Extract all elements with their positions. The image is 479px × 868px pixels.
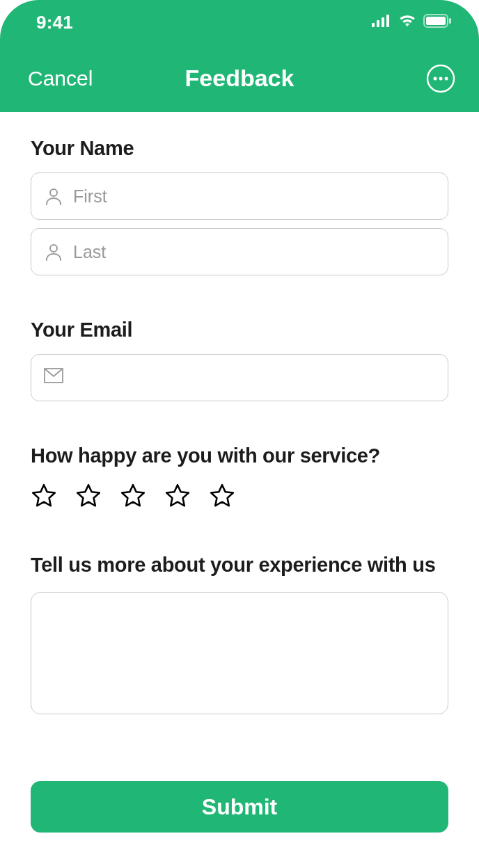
experience-field[interactable] [31,592,448,714]
wifi-icon [398,14,416,31]
svg-point-9 [439,77,443,80]
last-name-input[interactable] [73,242,435,262]
svg-rect-6 [449,18,451,24]
star-4[interactable] [164,483,191,509]
person-icon [44,186,63,206]
svg-rect-2 [382,17,384,27]
svg-rect-0 [372,23,375,27]
submit-button[interactable]: Submit [31,781,448,833]
svg-point-12 [50,245,57,252]
svg-point-11 [50,189,57,196]
mail-icon [44,368,63,387]
form-content: Your Name Your Email [0,112,479,833]
battery-icon [423,14,453,31]
star-3[interactable] [120,483,146,509]
last-name-field[interactable] [31,228,448,275]
email-input[interactable] [73,368,435,388]
email-label: Your Email [31,319,448,341]
svg-rect-1 [377,20,379,27]
status-time: 9:41 [36,12,73,33]
svg-rect-3 [386,15,389,27]
star-5[interactable] [209,483,235,509]
first-name-input[interactable] [73,186,435,207]
star-1[interactable] [31,483,57,509]
experience-textarea[interactable] [42,602,437,704]
experience-label: Tell us more about your experience with … [31,554,448,577]
cellular-signal-icon [372,15,391,30]
page-title: Feedback [185,65,295,92]
device-frame: 9:41 [0,0,479,868]
rating-label: How happy are you with our service? [31,444,448,467]
email-field[interactable] [31,354,448,401]
svg-rect-5 [426,17,446,25]
star-2[interactable] [75,483,102,509]
name-label: Your Name [31,137,448,160]
status-icons [372,14,453,31]
more-button[interactable] [426,64,455,93]
person-icon [44,242,63,262]
nav-bar: Cancel Feedback [0,45,479,112]
first-name-field[interactable] [31,172,448,220]
svg-point-10 [445,77,448,80]
star-rating [31,483,448,509]
svg-point-8 [434,77,437,80]
cancel-button[interactable]: Cancel [28,67,93,90]
status-bar: 9:41 [0,0,479,45]
